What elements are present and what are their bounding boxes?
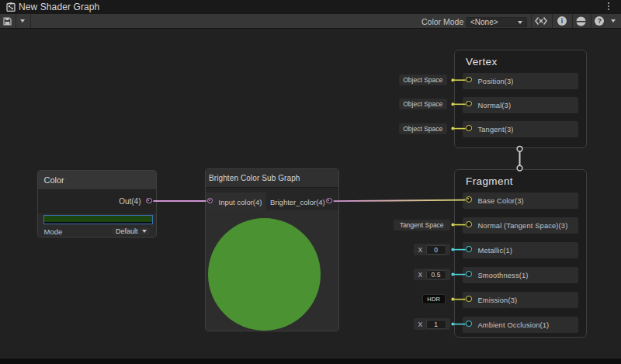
- fragment-slot-smoothness[interactable]: Smoothness(1): [463, 267, 579, 284]
- subgraph-node-header: Brighten Color Sub Graph: [206, 169, 338, 188]
- port-brighter-color[interactable]: [326, 198, 332, 204]
- color-mode-dropdown[interactable]: <None>: [466, 17, 527, 27]
- fragment-slot-emission[interactable]: Emission(3): [463, 292, 579, 309]
- color-mode-label: Color Mode: [422, 17, 463, 26]
- subgraph-preview: [206, 210, 338, 331]
- port-smoothness[interactable]: [466, 271, 472, 277]
- alpha-bar: [44, 222, 152, 224]
- subgraph-input-label: Input color(4): [219, 198, 262, 206]
- chip-object-space-normal[interactable]: Object Space: [399, 99, 448, 109]
- fragment-slot-ambient-occlusion[interactable]: Ambient Occlusion(1): [463, 317, 579, 334]
- port-color-out[interactable]: [146, 198, 152, 204]
- color-node-header: Color: [38, 171, 156, 190]
- fragment-slot-normal[interactable]: Normal (Tangent Space)(3): [463, 217, 579, 234]
- graph-canvas[interactable]: Vertex Position(3) Normal(3) Tangent(3) …: [0, 29, 621, 359]
- color-node-controls: Mode Default: [38, 213, 156, 238]
- shader-graph-window: New Shader Graph Color Mode <None>: [0, 0, 621, 364]
- subgraph-node-title: Brighten Color Sub Graph: [209, 174, 300, 182]
- window-title: New Shader Graph: [19, 2, 99, 12]
- vertex-slot-position[interactable]: Position(3): [463, 73, 579, 90]
- code-icon: [535, 16, 547, 26]
- vertex-slot-normal[interactable]: Normal(3): [463, 97, 579, 114]
- subgraph-output-label: Brighter_color(4): [270, 198, 325, 206]
- subgraph-ports-row: Input color(4) Brighter_color(4): [206, 192, 338, 210]
- port-ambient-occlusion[interactable]: [466, 321, 472, 327]
- caret-down-icon: [20, 19, 25, 23]
- save-button[interactable]: [0, 14, 15, 28]
- fragment-node[interactable]: Fragment Base Color(3) Normal (Tangent S…: [454, 169, 587, 338]
- mode-value: Default: [116, 227, 138, 235]
- chip-smoothness-value[interactable]: X 0.5: [414, 269, 450, 280]
- vertex-slot-tangent[interactable]: Tangent(3): [463, 121, 579, 138]
- toolbar: Color Mode <None> i ?: [0, 14, 621, 29]
- chip-metallic-value[interactable]: X 0: [414, 244, 450, 255]
- chip-object-space-tangent[interactable]: Object Space: [399, 123, 448, 134]
- main-preview-button[interactable]: [572, 14, 590, 28]
- save-icon: [3, 17, 12, 26]
- vertex-node[interactable]: Vertex Position(3) Normal(3) Tangent(3): [454, 50, 587, 148]
- kebab-menu-icon[interactable]: [608, 2, 610, 12]
- toolbar-overflow-button[interactable]: [607, 14, 621, 28]
- inspector-button[interactable]: i: [552, 14, 571, 28]
- color-mode-value: <None>: [470, 18, 498, 26]
- save-dropdown-button[interactable]: [16, 14, 29, 28]
- fragment-node-title: Fragment: [466, 175, 513, 187]
- port-base-color[interactable]: [466, 196, 472, 203]
- toolbar-separator: [30, 14, 31, 28]
- mode-label: Mode: [44, 227, 63, 236]
- title-bar: New Shader Graph: [0, 0, 621, 14]
- color-node[interactable]: Color Out(4) Mode Default: [37, 170, 157, 237]
- color-out-label: Out(4): [119, 197, 141, 206]
- edge-subgraph-to-basecolor[interactable]: [334, 200, 466, 202]
- color-node-output-row: Out(4): [38, 190, 156, 213]
- chip-emission-hdr[interactable]: HDR: [422, 294, 446, 304]
- shader-graph-asset-icon: [6, 2, 16, 12]
- show-code-button[interactable]: [531, 14, 551, 28]
- caret-down-icon: [611, 19, 616, 23]
- port-metallic[interactable]: [466, 246, 472, 252]
- preview-color-circle: [208, 218, 321, 331]
- caret-down-icon: [518, 21, 522, 24]
- chip-ambient-occlusion-value[interactable]: X 1: [414, 318, 450, 330]
- port-position[interactable]: [466, 77, 472, 83]
- port-normal-tangent-space[interactable]: [466, 221, 472, 227]
- subgraph-node[interactable]: Brighten Color Sub Graph Input color(4) …: [205, 168, 339, 331]
- fragment-slot-metallic[interactable]: Metallic(1): [463, 242, 579, 259]
- port-normal[interactable]: [466, 101, 472, 107]
- color-node-title: Color: [44, 175, 64, 185]
- caret-down-icon: [142, 230, 147, 233]
- port-tangent[interactable]: [466, 125, 472, 131]
- mode-dropdown[interactable]: Default: [110, 227, 151, 236]
- color-swatch[interactable]: [43, 215, 153, 225]
- chip-object-space-position[interactable]: Object Space: [399, 75, 448, 85]
- fragment-slot-base-color[interactable]: Base Color(3): [463, 192, 579, 210]
- chip-tangent-space[interactable]: Tangent Space: [394, 220, 450, 231]
- preview-sphere-icon: [576, 16, 586, 26]
- help-button[interactable]: ?: [591, 14, 607, 28]
- port-emission[interactable]: [466, 296, 472, 302]
- vertex-node-title: Vertex: [466, 56, 498, 68]
